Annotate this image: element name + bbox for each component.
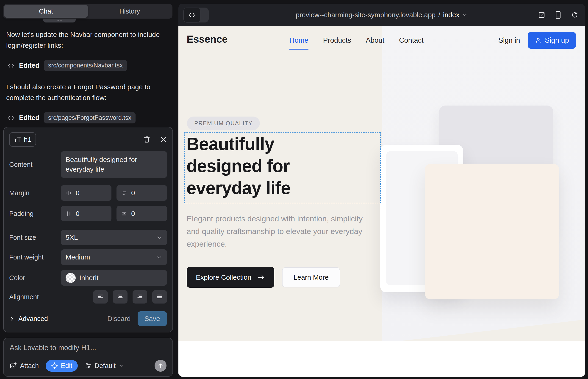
align-left-button[interactable] xyxy=(93,290,108,303)
element-tag-name: h1 xyxy=(24,136,31,143)
advanced-toggle[interactable]: Advanced xyxy=(9,315,48,323)
element-editor-panel: h1 Content Beautifully designed for ever… xyxy=(3,127,173,332)
explore-collection-button[interactable]: Explore Collection xyxy=(187,267,274,288)
color-swatch xyxy=(66,273,76,283)
default-mode-select[interactable]: Default xyxy=(85,362,124,370)
font-size-value: 5XL xyxy=(66,234,78,241)
arrow-up-icon xyxy=(157,363,164,369)
close-icon[interactable] xyxy=(160,136,167,143)
edit-label: Edit xyxy=(61,362,72,370)
margin-x-input[interactable]: 0 xyxy=(61,185,111,201)
hero-heading-line: designed for xyxy=(186,155,291,177)
preview-browser-panel: preview--charming-site-symphony.lovable.… xyxy=(178,4,585,377)
site-navbar: Essence Home Products About Contact Sign… xyxy=(178,26,585,54)
margin-x-value: 0 xyxy=(76,189,79,197)
nav-link-about[interactable]: About xyxy=(366,36,384,45)
site-logo[interactable]: Essence xyxy=(187,33,228,45)
margin-y-input[interactable]: 0 xyxy=(117,185,167,201)
advanced-label: Advanced xyxy=(18,315,48,323)
hero-heading-line: Beautifully xyxy=(186,133,291,155)
hero-card-cream xyxy=(425,164,559,300)
chevron-down-icon xyxy=(156,254,162,260)
alignment-label: Alignment xyxy=(9,293,61,301)
padding-label: Padding xyxy=(9,210,61,218)
prompt-input[interactable]: Ask Lovable to modify H1... xyxy=(10,344,167,352)
nav-link-contact[interactable]: Contact xyxy=(399,36,424,45)
url-separator: / xyxy=(438,11,440,19)
save-button[interactable]: Save xyxy=(138,311,167,326)
align-right-button[interactable] xyxy=(133,290,147,303)
nav-link-home[interactable]: Home xyxy=(289,36,309,45)
url-page: index xyxy=(443,11,460,19)
default-label: Default xyxy=(94,362,116,370)
edit-mode-button[interactable]: Edit xyxy=(46,360,78,372)
learn-more-button[interactable]: Learn More xyxy=(282,267,340,287)
scrolled-pill-partial[interactable] xyxy=(43,19,76,22)
font-weight-value: Medium xyxy=(66,253,90,261)
send-button[interactable] xyxy=(155,360,167,372)
chevron-down-icon xyxy=(119,363,124,368)
padding-x-input[interactable]: 0 xyxy=(61,206,111,221)
sliders-icon xyxy=(85,362,92,369)
file-chip[interactable]: src/components/Navbar.tsx xyxy=(44,60,127,71)
chevron-down-icon xyxy=(156,235,162,240)
open-external-icon[interactable] xyxy=(538,11,546,19)
padding-vertical-icon xyxy=(121,210,127,217)
mobile-view-icon[interactable] xyxy=(555,11,562,19)
font-weight-label: Font weight xyxy=(9,253,61,261)
trash-icon[interactable] xyxy=(143,136,150,143)
url-domain: preview--charming-site-symphony.lovable.… xyxy=(296,11,436,19)
color-value: Inherit xyxy=(79,274,98,282)
lovable-sidebar: Chat History Now let's update the Navbar… xyxy=(0,0,178,379)
chevron-right-icon xyxy=(9,316,15,321)
padding-horizontal-icon xyxy=(66,210,72,217)
chat-message: I should also create a Forgot Password p… xyxy=(6,82,170,103)
padding-y-input[interactable]: 0 xyxy=(117,206,167,221)
hero-description: Elegant products designed with intention… xyxy=(187,212,370,250)
padding-x-value: 0 xyxy=(76,210,79,218)
content-label: Content xyxy=(9,161,61,168)
font-size-select[interactable]: 5XL xyxy=(61,230,167,245)
font-weight-select[interactable]: Medium xyxy=(61,249,167,265)
discard-button[interactable]: Discard xyxy=(103,312,135,325)
refresh-icon[interactable] xyxy=(571,11,579,19)
margin-label: Margin xyxy=(9,189,61,197)
code-icon xyxy=(8,63,15,69)
chat-history-tabbar: Chat History xyxy=(3,4,172,19)
margin-horizontal-icon xyxy=(66,190,72,196)
tab-chat[interactable]: Chat xyxy=(4,5,88,18)
attach-label: Attach xyxy=(20,362,39,370)
sign-in-link[interactable]: Sign in xyxy=(498,36,520,45)
align-center-button[interactable] xyxy=(113,290,127,303)
section-below-hero xyxy=(178,341,585,377)
attach-image-icon xyxy=(10,362,17,369)
premium-quality-badge: PREMIUM QUALITY xyxy=(187,117,260,130)
explore-collection-label: Explore Collection xyxy=(196,273,251,281)
file-chip[interactable]: src/pages/ForgotPassword.tsx xyxy=(44,112,136,124)
type-icon xyxy=(14,136,22,143)
code-icon xyxy=(8,115,15,121)
h1-selection-outline[interactable]: Beautifully designed for everyday life xyxy=(184,132,381,203)
url-bar[interactable]: preview--charming-site-symphony.lovable.… xyxy=(178,4,585,26)
chat-message-list: Now let's update the Navbar component to… xyxy=(6,29,170,134)
nav-link-products[interactable]: Products xyxy=(323,36,351,45)
margin-y-value: 0 xyxy=(131,189,135,197)
user-icon xyxy=(535,37,542,44)
prompt-composer: Ask Lovable to modify H1... Attach xyxy=(3,338,173,377)
color-label: Color xyxy=(9,274,61,282)
align-justify-button[interactable] xyxy=(152,290,167,303)
color-select[interactable]: Inherit xyxy=(61,270,167,286)
attach-button[interactable]: Attach xyxy=(10,362,39,370)
chevron-down-icon[interactable] xyxy=(462,12,468,18)
content-input[interactable]: Beautifully designed for everyday life xyxy=(61,151,167,178)
site-viewport: Essence Home Products About Contact Sign… xyxy=(178,26,585,377)
hero-heading-line: everyday life xyxy=(186,177,291,199)
sign-up-button[interactable]: Sign up xyxy=(528,32,576,49)
file-edit-row: Edited src/pages/ForgotPassword.tsx xyxy=(8,112,170,124)
edited-label: Edited xyxy=(19,114,39,122)
element-tag-pill[interactable]: h1 xyxy=(9,132,36,147)
tab-history[interactable]: History xyxy=(88,5,171,18)
target-icon xyxy=(51,362,58,369)
hero-heading[interactable]: Beautifully designed for everyday life xyxy=(186,133,291,199)
browser-chrome: preview--charming-site-symphony.lovable.… xyxy=(178,4,585,26)
